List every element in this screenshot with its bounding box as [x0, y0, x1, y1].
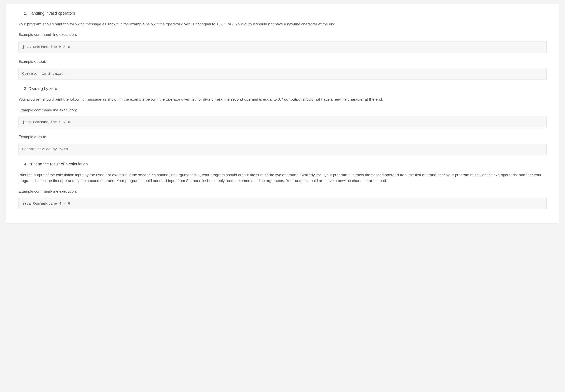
section-heading: 4. Printing the result of a calculation: [24, 161, 547, 167]
section-heading: 2. Handling invalid operators: [24, 10, 547, 16]
exec-label: Example command-line execution:: [18, 32, 547, 38]
output-label: Example output:: [18, 59, 547, 65]
document-content: 2. Handling invalid operators Your progr…: [6, 4, 559, 224]
section-dividing-by-zero: 3. Dividing by zero Your program should …: [18, 85, 547, 155]
output-label: Example output:: [18, 134, 547, 140]
section-description: Your program should print the following …: [18, 97, 547, 102]
section-description: Print the output of the calculation inpu…: [18, 172, 547, 184]
output-code-block: Operator is invalid: [18, 68, 547, 80]
output-code-block: Cannot divide by zero: [18, 143, 547, 155]
section-printing-result: 4. Printing the result of a calculation …: [18, 161, 547, 210]
exec-code-block: java CommandLine 4 + 6: [18, 198, 547, 210]
exec-label: Example command-line execution:: [18, 189, 547, 195]
section-heading: 3. Dividing by zero: [24, 85, 547, 92]
exec-code-block: java CommandLine 5 & 6: [18, 41, 547, 53]
exec-code-block: java CommandLine 5 / 0: [18, 117, 547, 128]
section-description: Your program should print the following …: [18, 21, 547, 27]
exec-label: Example command-line execution:: [18, 107, 547, 113]
section-invalid-operators: 2. Handling invalid operators Your progr…: [18, 10, 547, 80]
